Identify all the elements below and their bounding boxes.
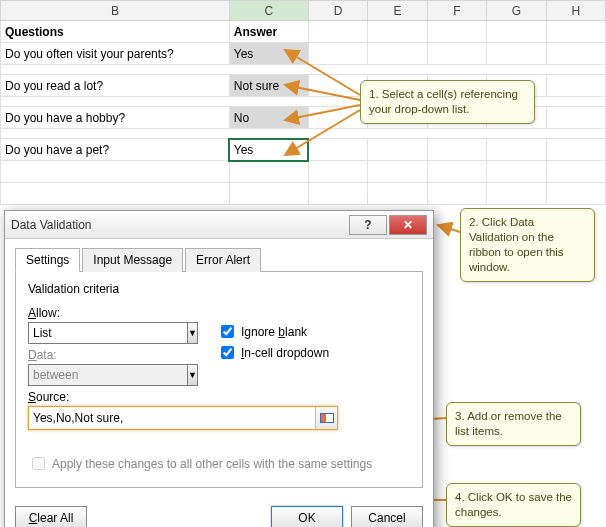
question-cell[interactable]: Do you often visit your parents? — [1, 43, 230, 65]
apply-all-input — [32, 457, 45, 470]
dialog-title: Data Validation — [11, 218, 347, 232]
question-cell[interactable]: Do you read a lot? — [1, 75, 230, 97]
incell-dropdown-checkbox[interactable]: In-cell dropdown — [217, 343, 329, 362]
col-E[interactable]: E — [368, 1, 427, 21]
question-cell[interactable]: Do you have a hobby? — [1, 107, 230, 129]
dialog-titlebar[interactable]: Data Validation ? ✕ — [5, 211, 433, 239]
source-input[interactable] — [29, 407, 315, 429]
cell[interactable] — [546, 139, 605, 161]
cell[interactable] — [1, 183, 230, 205]
col-G[interactable]: G — [487, 1, 546, 21]
answer-cell[interactable]: Not sure — [229, 75, 308, 97]
cell[interactable] — [427, 161, 486, 183]
cell[interactable] — [546, 21, 605, 43]
ignore-blank-label: Ignore blank — [241, 325, 307, 339]
answer-value: Yes — [234, 143, 254, 157]
callout-3: 3. Add or remove the list items. — [446, 402, 581, 446]
cell[interactable] — [308, 43, 367, 65]
cell[interactable] — [546, 75, 605, 97]
cell[interactable] — [487, 161, 546, 183]
data-value — [28, 364, 187, 386]
settings-panel: Validation criteria AAllow:llow: ▼ Data:… — [15, 272, 423, 488]
cell[interactable] — [546, 183, 605, 205]
cell[interactable] — [368, 43, 427, 65]
ignore-blank-input[interactable] — [221, 325, 234, 338]
dialog-footer: Clear All OK Cancel — [5, 498, 433, 527]
cell[interactable] — [308, 183, 367, 205]
chevron-down-icon[interactable]: ▼ — [187, 322, 198, 344]
cell[interactable] — [487, 43, 546, 65]
apply-all-label: Apply these changes to all other cells w… — [52, 457, 372, 471]
source-input-wrap — [28, 406, 338, 430]
cell[interactable] — [546, 107, 605, 129]
chevron-down-icon: ▼ — [187, 364, 198, 386]
col-D[interactable]: D — [308, 1, 367, 21]
dialog-tabs: Settings Input Message Error Alert — [15, 247, 423, 272]
help-button[interactable]: ? — [349, 215, 387, 235]
cell[interactable] — [368, 21, 427, 43]
tab-settings[interactable]: Settings — [15, 248, 80, 272]
cell[interactable] — [546, 43, 605, 65]
cell[interactable] — [308, 21, 367, 43]
incell-dropdown-input[interactable] — [221, 346, 234, 359]
source-label: Source: — [28, 390, 410, 404]
answer-cell[interactable]: Yes — [229, 43, 308, 65]
data-select: ▼ — [28, 364, 188, 386]
answer-cell[interactable]: No — [229, 107, 308, 129]
cell[interactable] — [427, 21, 486, 43]
cell[interactable] — [368, 183, 427, 205]
allow-value[interactable] — [28, 322, 187, 344]
clear-all-button[interactable]: Clear All — [15, 506, 87, 527]
cell[interactable] — [487, 139, 546, 161]
cell[interactable] — [487, 183, 546, 205]
column-headers: B C D E F G H — [1, 1, 606, 21]
ok-button[interactable]: OK — [271, 506, 343, 527]
criteria-label: Validation criteria — [28, 282, 410, 296]
range-picker-icon — [320, 413, 334, 423]
close-button[interactable]: ✕ — [389, 215, 427, 235]
cell[interactable] — [368, 161, 427, 183]
question-cell[interactable]: Do you have a pet? — [1, 139, 230, 161]
col-C[interactable]: C — [229, 1, 308, 21]
cell[interactable] — [308, 75, 367, 97]
ignore-blank-checkbox[interactable]: Ignore blank — [217, 322, 329, 341]
incell-dropdown-label: In-cell dropdown — [241, 346, 329, 360]
col-B[interactable]: B — [1, 1, 230, 21]
callout-2: 2. Click Data Validation on the ribbon t… — [460, 208, 595, 282]
data-label: Data: — [28, 348, 203, 362]
cell[interactable] — [487, 21, 546, 43]
tab-error-alert[interactable]: Error Alert — [185, 248, 261, 272]
cell[interactable] — [368, 139, 427, 161]
cell[interactable] — [546, 161, 605, 183]
apply-all-checkbox: Apply these changes to all other cells w… — [28, 454, 410, 473]
callout-4: 4. Click OK to save the changes. — [446, 483, 581, 527]
cell[interactable] — [1, 65, 606, 75]
cell[interactable] — [427, 183, 486, 205]
cell[interactable] — [1, 129, 606, 139]
tab-input-message[interactable]: Input Message — [82, 248, 183, 272]
col-F[interactable]: F — [427, 1, 486, 21]
cell[interactable] — [427, 139, 486, 161]
header-answer[interactable]: Answer — [229, 21, 308, 43]
svg-line-4 — [438, 225, 460, 232]
allow-select[interactable]: ▼ — [28, 322, 188, 344]
cell[interactable] — [308, 139, 367, 161]
cell[interactable] — [308, 107, 367, 129]
range-picker-button[interactable] — [315, 407, 337, 429]
col-H[interactable]: H — [546, 1, 605, 21]
allow-label: AAllow:llow: — [28, 306, 203, 320]
data-validation-dialog: Data Validation ? ✕ Settings Input Messa… — [4, 210, 434, 527]
cell[interactable] — [229, 183, 308, 205]
cancel-button[interactable]: Cancel — [351, 506, 423, 527]
cell[interactable] — [1, 161, 230, 183]
callout-1: 1. Select a cell(s) referencing your dro… — [360, 80, 535, 124]
answer-cell-selected[interactable]: Yes ▼ — [229, 139, 308, 161]
cell[interactable] — [427, 43, 486, 65]
cell[interactable] — [229, 161, 308, 183]
cell[interactable] — [308, 161, 367, 183]
header-questions[interactable]: Questions — [1, 21, 230, 43]
